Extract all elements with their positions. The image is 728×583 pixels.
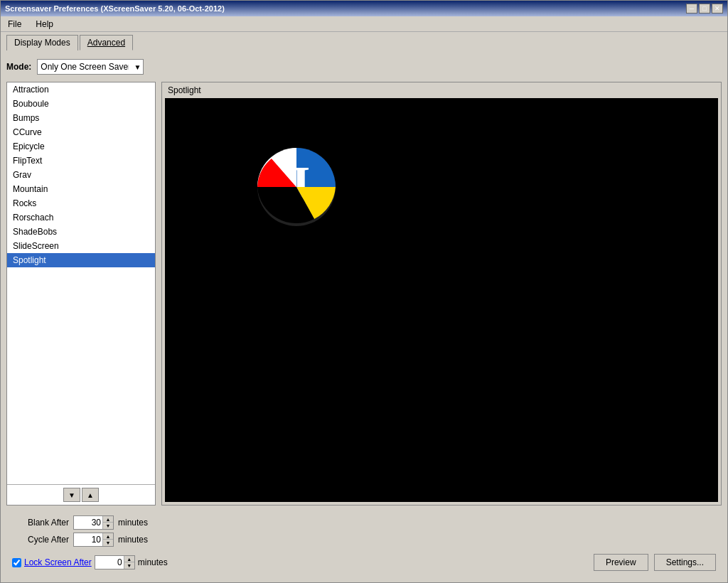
list-scroll-buttons: ▼ ▲ — [7, 484, 155, 505]
lock-up-button[interactable]: ▲ — [124, 556, 134, 562]
preview-panel: Spotlight J — [161, 82, 722, 506]
blank-after-up-button[interactable]: ▲ — [103, 516, 113, 523]
bottom-controls: Blank After ▲ ▼ minutes Cycle After ▲ ▼ — [6, 510, 722, 577]
lock-spinner: ▲ ▼ — [95, 555, 135, 569]
window-title: Screensaver Preferences (XScreenSaver 5.… — [5, 4, 225, 13]
list-item[interactable]: SlideScreen — [7, 239, 155, 253]
list-item[interactable]: Attraction — [7, 82, 155, 97]
lock-input[interactable] — [95, 556, 124, 569]
mode-row: Mode: Only One Screen Saver Blank Screen… — [6, 56, 722, 77]
list-item[interactable]: FlipText — [7, 154, 155, 168]
cycle-after-label: Cycle After — [12, 535, 69, 545]
lock-checkbox[interactable] — [12, 558, 21, 567]
settings-button[interactable]: Settings... — [654, 554, 716, 571]
blank-after-unit: minutes — [118, 518, 148, 528]
content-area: Attraction Bouboule Bumps CCurve Epicycl… — [6, 82, 722, 506]
minimize-button[interactable]: ─ — [686, 4, 697, 14]
cycle-after-spinner-buttons: ▲ ▼ — [102, 533, 113, 546]
list-item[interactable]: Mountain — [7, 182, 155, 196]
list-item[interactable]: ShadeBobs — [7, 225, 155, 239]
screensaver-list-panel: Attraction Bouboule Bumps CCurve Epicycl… — [6, 82, 156, 506]
main-content: Mode: Only One Screen Saver Blank Screen… — [1, 50, 727, 582]
list-item[interactable]: Bouboule — [7, 97, 155, 111]
preview-button[interactable]: Preview — [594, 554, 648, 571]
title-bar: Screensaver Preferences (XScreenSaver 5.… — [1, 1, 727, 16]
action-buttons: Preview Settings... — [594, 554, 716, 571]
list-item[interactable]: Rocks — [7, 196, 155, 210]
blank-after-input[interactable] — [74, 516, 102, 529]
main-window: Screensaver Preferences (XScreenSaver 5.… — [0, 0, 728, 583]
menu-file[interactable]: File — [4, 18, 26, 31]
action-row: Lock Screen After ▲ ▼ minutes Preview Se… — [12, 550, 716, 571]
cycle-after-input[interactable] — [74, 533, 102, 546]
menu-bar: File Help — [1, 16, 727, 32]
mode-select-wrapper: Only One Screen Saver Blank Screen Rando… — [37, 59, 144, 75]
list-item[interactable]: Rorschach — [7, 210, 155, 225]
preview-title: Spotlight — [162, 82, 721, 98]
mode-label: Mode: — [6, 62, 31, 72]
mode-select[interactable]: Only One Screen Saver Blank Screen Rando… — [37, 59, 144, 75]
cycle-after-up-button[interactable]: ▲ — [103, 533, 113, 540]
close-button[interactable]: ✕ — [712, 4, 723, 14]
lock-down-button[interactable]: ▼ — [124, 562, 134, 569]
cycle-after-spinner: ▲ ▼ — [73, 533, 114, 547]
lock-screen-label[interactable]: Lock Screen After — [24, 557, 92, 567]
title-bar-buttons: ─ □ ✕ — [686, 4, 723, 14]
blank-after-spinner: ▲ ▼ — [73, 515, 114, 530]
list-item[interactable]: Bumps — [7, 111, 155, 125]
menu-help[interactable]: Help — [31, 18, 58, 31]
cycle-after-unit: minutes — [118, 535, 148, 545]
lock-spinner-buttons: ▲ ▼ — [124, 556, 134, 569]
list-item-selected[interactable]: Spotlight — [7, 253, 155, 267]
cycle-after-row: Cycle After ▲ ▼ minutes — [12, 533, 716, 547]
scroll-up-button[interactable]: ▲ — [82, 488, 99, 502]
list-item[interactable]: Grav — [7, 168, 155, 182]
scroll-down-button[interactable]: ▼ — [63, 488, 80, 502]
maximize-button[interactable]: □ — [699, 4, 710, 14]
preview-canvas: J — [165, 98, 718, 502]
lock-unit: minutes — [138, 557, 168, 567]
blank-after-down-button[interactable]: ▼ — [103, 523, 113, 529]
tab-display-modes[interactable]: Display Modes — [6, 35, 78, 50]
list-item[interactable]: Epicycle — [7, 139, 155, 154]
blank-after-spinner-buttons: ▲ ▼ — [102, 516, 113, 529]
blank-after-row: Blank After ▲ ▼ minutes — [12, 515, 716, 530]
lock-row: Lock Screen After ▲ ▼ minutes — [12, 555, 168, 569]
cycle-after-down-button[interactable]: ▼ — [103, 540, 113, 546]
tabs-bar: Display Modes Advanced — [1, 32, 727, 50]
spotlight-graphic: J — [257, 127, 343, 240]
tab-advanced[interactable]: Advanced — [80, 35, 133, 50]
screensaver-list[interactable]: Attraction Bouboule Bumps CCurve Epicycl… — [7, 82, 155, 484]
list-item[interactable]: CCurve — [7, 125, 155, 139]
blank-after-label: Blank After — [12, 518, 69, 528]
